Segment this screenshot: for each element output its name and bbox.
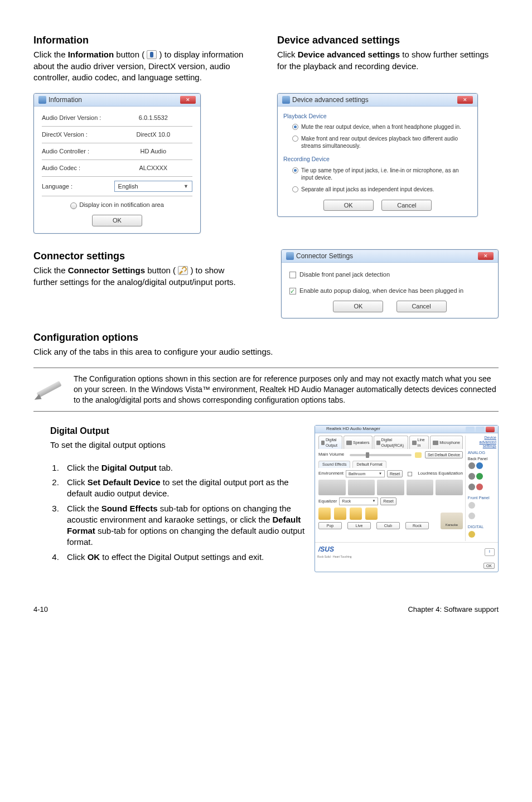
tab-microphone[interactable]: Microphone [430,436,463,449]
txt: to effect the Digital Output settings an… [100,552,264,562]
close-icon[interactable]: ✕ [457,96,473,104]
audio-controller-value: HD Audio [114,147,192,156]
speaker-icon[interactable] [415,452,422,458]
asus-tagline: Rock Solid · Heart Touching [317,555,352,558]
recording-group-label: Recording Device [283,155,472,163]
hd-audio-manager-window: Realtek HD Audio Manager Digital Output … [315,425,499,572]
enable-auto-popup-option[interactable]: Enable auto popup dialog, when device ha… [289,284,490,301]
txt: button ( [114,50,147,59]
txt-bold: Set Default Device [88,477,161,487]
close-icon[interactable]: ✕ [180,96,196,104]
tab-label: Digital Output [326,437,340,448]
conn-opt1-label: Disable front panel jack detection [299,271,390,278]
txt: button ( [145,265,178,275]
hdmgr-ok-button[interactable]: OK [483,563,495,569]
reset-button[interactable]: Reset [380,497,396,505]
playback-opt1[interactable]: Mute the rear output device, when a fron… [283,123,472,135]
tab-label: Microphone [439,440,460,445]
close-icon[interactable] [486,427,495,432]
eq-icon[interactable] [350,508,362,520]
tab-digital-output[interactable]: Digital Output [318,436,342,449]
speaker-icon [38,96,46,104]
txt: Click the [33,265,68,275]
speaker-icon [282,96,290,104]
chevron-down-icon: ▼ [372,499,375,504]
device-icon [321,441,325,445]
txt: tab. [157,463,173,472]
driver-version-label: Audio Driver Version : [42,114,114,122]
scene-thumb[interactable] [377,480,404,495]
conn-ok-button[interactable]: OK [333,301,383,312]
maximize-icon[interactable] [476,427,485,432]
preset-pop-button[interactable]: Pop [318,522,342,529]
txt-bold: Device advanced settings [298,50,400,59]
information-icon[interactable]: i [485,548,495,556]
info-dlg-title-bar: Information ✕ [34,94,200,107]
disable-front-panel-option[interactable]: Disable front panel jack detection [289,268,490,284]
notification-label: Display icon in notification area [79,201,164,208]
tab-line-in[interactable]: Line In [409,436,429,449]
tab-speakers[interactable]: Speakers [344,436,373,449]
environment-label: Environment [318,471,344,477]
txt-bold: Digital Output [101,463,157,472]
conn-cancel-button[interactable]: Cancel [396,301,447,312]
dev-cancel-button[interactable]: Cancel [381,200,432,211]
preset-club-button[interactable]: Club [376,522,400,529]
audio-controller-label: Audio Controller : [42,147,114,156]
subtab-default-format[interactable]: Default Format [352,461,386,467]
conn-opt2-label: Enable auto popup dialog, when device ha… [299,287,463,294]
close-icon[interactable]: ✕ [478,252,494,260]
language-value: English [118,182,138,191]
device-advanced-settings-link[interactable]: Device advanced settings [468,436,496,448]
set-default-device-button[interactable]: Set Default Device [425,451,463,458]
subtab-sound-effects[interactable]: Sound Effects [318,461,350,467]
information-icon [147,50,157,59]
hdmgr-title-bar: Realtek HD Audio Manager [315,426,498,433]
scene-thumb[interactable] [318,480,346,495]
scene-thumb[interactable] [348,480,375,495]
language-label: Language : [42,182,114,191]
conn-dlg-title-bar: Connector Settings ✕ [282,250,498,263]
playback-opt2-label: Make front and rear output devices playb… [301,135,472,149]
scene-thumb[interactable] [436,480,463,495]
eq-icon[interactable] [365,508,378,520]
directx-version-label: DirectX Version : [42,131,114,139]
playback-opt1-label: Mute the rear output device, when a fron… [301,123,461,131]
karaoke-control[interactable]: Karaoke [441,513,463,529]
preset-live-button[interactable]: Live [347,522,371,529]
environment-select[interactable]: Bathroom▼ [346,470,385,477]
volume-slider[interactable] [350,454,412,456]
eq-icon[interactable] [318,508,331,520]
device-icon [346,441,352,445]
info-paragraph: Click the Information button ( ) to disp… [33,49,255,83]
txt-bold: Sound Effects [101,504,158,513]
dev-ok-button[interactable]: OK [323,200,374,211]
language-select[interactable]: English ▼ [114,181,192,192]
tab-digital-output-rca[interactable]: Digital Output(RCA) [374,436,408,449]
radio-icon [292,167,298,173]
checkbox-icon[interactable] [408,472,412,476]
loudness-label: Loudness Equalization [418,471,463,477]
audio-codec-value: ALCXXXX [114,164,192,172]
txt: Click [277,50,298,59]
scene-thumb[interactable] [407,480,434,495]
eq-icon[interactable] [334,508,346,520]
info-ok-button[interactable]: OK [92,215,142,226]
connector-paragraph: Click the Connector Settings button ( ) … [33,265,248,288]
playback-opt2[interactable]: Make front and rear output devices playb… [283,135,472,154]
recording-opt1[interactable]: Tie up same type of input jacks, i.e. li… [283,167,472,186]
recording-opt2[interactable]: Separate all input jacks as independent … [283,186,472,197]
volume-label: Main Volume [318,452,346,458]
playback-group-label: Playback Device [283,112,472,120]
equalizer-select[interactable]: Rock▼ [339,497,378,505]
device-icon [412,441,416,445]
asus-logo: /SUS [318,545,334,553]
preset-rock-button[interactable]: Rock [405,522,429,529]
reset-button[interactable]: Reset [387,470,403,477]
notification-checkbox[interactable] [70,202,77,209]
minimize-icon[interactable] [466,427,475,432]
chevron-down-icon: ▼ [183,183,188,190]
conn-dlg-title: Connector Settings [296,252,353,260]
radio-icon [292,136,298,142]
txt: Click [67,552,88,562]
